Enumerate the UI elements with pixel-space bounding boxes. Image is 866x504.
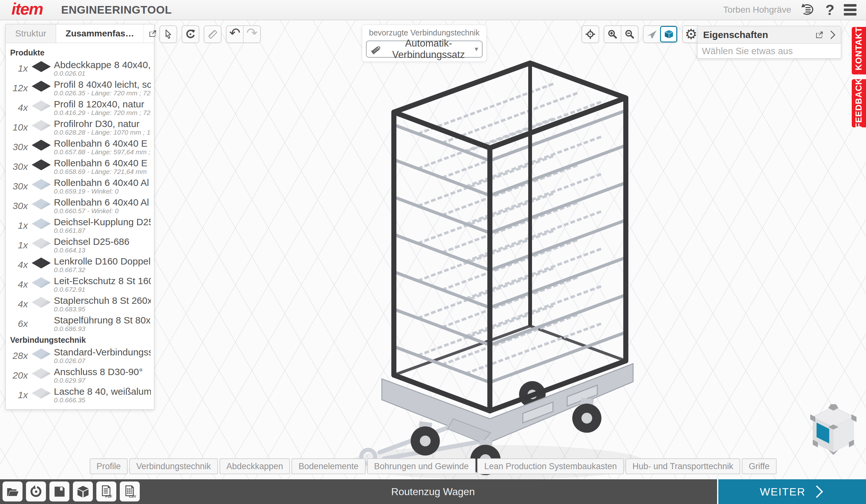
parts-list-item[interactable]: 1x Deichsel D25-686 0.0.664.13 (8, 235, 151, 255)
screw-icon (370, 44, 382, 55)
redo-button[interactable]: ↷ (243, 26, 260, 43)
parts-list-item[interactable]: 12x Profil 8 40x40 leicht, schw… 0.0.026… (8, 78, 151, 98)
item-detail: 0.0.660.57 - Winkel: 0 (54, 208, 151, 214)
item-thumbnail (31, 238, 51, 253)
flat-view-button[interactable] (644, 26, 660, 43)
item-name: Profil 8 120x40, natur (54, 99, 151, 109)
parts-list-item[interactable]: 30x Rollenbahn 6 40x40 E Führ… 0.0.657.8… (8, 137, 151, 157)
category-tab[interactable]: Profile (89, 458, 128, 474)
category-tab[interactable]: Verbindungstechnik (129, 458, 218, 474)
parts-list-item[interactable]: 30x Rollenbahn 6 40x40 Al Auf… 0.0.659.1… (8, 177, 151, 196)
item-quantity: 10x (8, 122, 28, 133)
item-name: Deichsel-Kupplung D25-74,… (54, 217, 151, 227)
help-icon[interactable]: ? (822, 2, 838, 18)
item-quantity: 4x (8, 279, 28, 290)
item-quantity: 1x (8, 63, 28, 74)
item-detail: 0.0.026.01 (54, 70, 151, 77)
parts-list-item[interactable]: 30x Rollenbahn 6 40x40 E D30 0.0.658.69 … (8, 157, 151, 177)
feedback-tab[interactable]: FEEDBACK (852, 79, 866, 127)
properties-header: Eigenschaften (697, 26, 841, 44)
item-name: Deichsel D25-686 (54, 237, 151, 247)
export-pdf-button[interactable]: PDF (96, 482, 116, 502)
rotate-tool-button[interactable] (181, 25, 199, 43)
tab-zusammenfassung[interactable]: Zusammenfas… (56, 24, 144, 43)
envelope-icon (858, 69, 859, 79)
viewport-toolbar-left: ↶ ↷ (159, 25, 261, 43)
parts-list-item[interactable]: 28x Standard-Verbindungssatz … 0.0.026.0… (8, 346, 151, 366)
zoom-out-button[interactable] (621, 26, 638, 43)
item-quantity: 30x (8, 181, 28, 192)
item-detail: 0.0.026.35 - Länge: 720 mm ; 720 mm ; 11… (54, 90, 151, 97)
export-csv-button[interactable]: CSV (120, 482, 140, 502)
item-thumbnail (31, 296, 51, 312)
parts-list-item[interactable]: 1x Deichsel-Kupplung D25-74,… 0.0.661.87 (8, 216, 151, 235)
parts-panel: Struktur Zusammenfas… Produkte (5, 24, 154, 410)
item-name: Lenkrolle D160 Doppelfest… (54, 256, 151, 266)
reset-button[interactable] (26, 482, 46, 502)
category-tab-bar: Profile Verbindungstechnik Abdeckkappen … (89, 458, 776, 474)
app-header: item ENGINEERINGTOOL Torben Hohgräve ? (0, 0, 866, 20)
center-view-button[interactable] (581, 25, 599, 43)
history-icon[interactable] (799, 2, 816, 18)
item-quantity: 4x (8, 102, 28, 113)
parts-list-item[interactable]: 6x Stapelführung 8 St 80x80-3… 0.0.686.9… (8, 314, 151, 334)
connector-select-value: Automatik-Verbindungssatz (382, 38, 475, 60)
properties-body: Wählen Sie etwas aus (697, 44, 841, 58)
item-quantity: 1x (8, 390, 28, 400)
category-tab[interactable]: Bodenelemente (291, 458, 365, 474)
parts-list-item[interactable]: 4x Profil 8 120x40, natur 0.0.416.29 - L… (8, 98, 151, 117)
popout-icon[interactable] (148, 29, 158, 38)
item-quantity: 12x (8, 83, 28, 93)
parts-list-item[interactable]: 20x Anschluss 8 D30-90° 0.0.629.97 (8, 366, 151, 385)
verbindungstechnik-list: 28x Standard-Verbindungssatz … 0.0.026.0… (8, 346, 151, 405)
parts-list-item[interactable]: 30x Rollenbahn 6 40x40 Al Auf… 0.0.660.5… (8, 196, 151, 216)
category-tab[interactable]: Bohrungen und Gewinde (367, 458, 476, 474)
kontakt-tab[interactable]: KONTAKT (852, 27, 866, 75)
category-tab[interactable]: Griffe (742, 458, 777, 474)
category-tab[interactable]: Lean Production Systembaukasten (477, 458, 624, 474)
parts-list-item[interactable]: 4x Leit-Eckschutz 8 St 160x16… 0.0.672.9… (8, 275, 151, 294)
category-tab[interactable]: Abdeckkappen (220, 458, 290, 474)
item-quantity: 20x (8, 370, 28, 381)
export-3d-button[interactable] (73, 482, 93, 502)
parts-list-item[interactable]: 4x Lenkrolle D160 Doppelfest… 0.0.667.32 (8, 255, 151, 275)
item-quantity: 1x (8, 240, 28, 250)
item-detail: 0.0.628.28 - Länge: 1070 mm ; 1070 mm (54, 129, 151, 136)
item-quantity: 6x (8, 318, 28, 329)
item-detail: 0.0.672.91 (54, 286, 151, 293)
menu-icon[interactable] (844, 4, 856, 15)
item-quantity: 1x (8, 220, 28, 231)
item-thumbnail (31, 368, 51, 383)
item-quantity: 30x (8, 201, 28, 211)
zoom-in-button[interactable] (604, 26, 621, 43)
parts-list-item[interactable]: 1x Abdeckkappe 8 40x40, sch… 0.0.026.01 (8, 59, 151, 78)
item-name: Rollenbahn 6 40x40 Al Auf… (54, 178, 151, 188)
category-tab[interactable]: Hub- und Transporttechnik (625, 458, 740, 474)
item-detail: 0.0.416.29 - Länge: 720 mm ; 720 mm ; 12… (54, 109, 151, 116)
measure-tool-button[interactable] (204, 25, 222, 43)
item-name: Staplerschuh 8 St 260x90x… (54, 295, 151, 306)
properties-placeholder: Wählen Sie etwas aus (702, 46, 793, 56)
solid-view-button[interactable] (660, 26, 677, 43)
popout-icon[interactable] (814, 30, 824, 40)
item-name: Anschluss 8 D30-90° (54, 367, 151, 377)
parts-list-item[interactable]: 4x Staplerschuh 8 St 260x90x… 0.0.683.95 (8, 294, 151, 314)
properties-panel: Eigenschaften Wählen Sie etwas aus (697, 26, 841, 59)
render-mode-group (643, 25, 678, 43)
parts-list-item[interactable]: 10x Profilrohr D30, natur 0.0.628.28 - L… (8, 117, 151, 137)
produkte-list: 1x Abdeckkappe 8 40x40, sch… 0.0.026.01 … (8, 59, 151, 334)
parts-list-item[interactable]: 1x Lasche 8 40, weißaluminiu… 0.0.666.35 (8, 385, 151, 405)
open-project-button[interactable] (2, 482, 22, 502)
save-button[interactable] (49, 482, 69, 502)
select-tool-button[interactable] (159, 25, 177, 43)
tab-struktur[interactable]: Struktur (6, 24, 56, 43)
item-thumbnail (31, 218, 51, 233)
collapse-right-icon[interactable] (829, 30, 836, 40)
connector-select[interactable]: Automatik-Verbindungssatz ▾ (366, 41, 482, 58)
weiter-button[interactable]: WEITER (718, 479, 866, 504)
item-detail: 0.0.666.35 (54, 396, 151, 404)
orientation-cube[interactable] (807, 403, 860, 457)
undo-button[interactable]: ↶ (226, 26, 243, 43)
item-detail: 0.0.026.07 (54, 357, 151, 364)
item-thumbnail (31, 100, 51, 115)
